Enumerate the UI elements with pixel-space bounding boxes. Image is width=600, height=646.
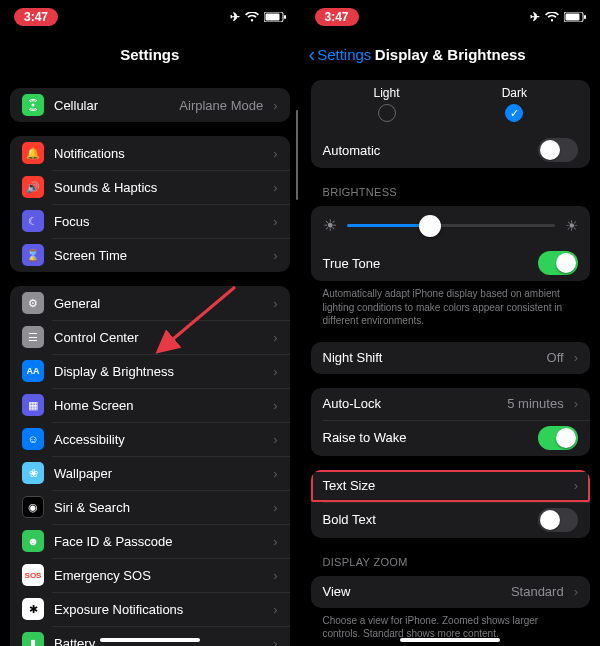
svg-rect-6: [566, 14, 580, 21]
svg-point-3: [32, 104, 35, 107]
row-value: Standard: [511, 584, 564, 599]
page-title: Display & Brightness: [375, 46, 526, 63]
row-cellular[interactable]: Cellular Airplane Mode ›: [10, 88, 290, 122]
back-button[interactable]: ‹ Settings: [309, 34, 372, 74]
appearance-option-light[interactable]: Light: [374, 86, 400, 122]
row-bold-text[interactable]: Bold Text: [311, 502, 591, 538]
row-label: Home Screen: [54, 398, 263, 413]
row-label: Focus: [54, 214, 263, 229]
row-label: General: [54, 296, 263, 311]
row-label: Control Center: [54, 330, 263, 345]
control-center-icon: ☰: [22, 326, 44, 348]
row-siri-search[interactable]: ◉Siri & Search›: [10, 490, 290, 524]
notifications-icon: 🔔: [22, 142, 44, 164]
chevron-right-icon: ›: [273, 602, 277, 617]
row-label: Display & Brightness: [54, 364, 263, 379]
row-home-screen[interactable]: ▦Home Screen›: [10, 388, 290, 422]
row-brightness-slider[interactable]: ☀︎ ☀︎: [311, 206, 591, 245]
toggle-on[interactable]: [538, 251, 578, 275]
row-view[interactable]: View Standard ›: [311, 576, 591, 608]
row-value: 5 minutes: [507, 396, 563, 411]
display-brightness-screen: 3:47 ✈︎ ‹ Settings Display & Brightness …: [300, 0, 601, 646]
nav-bar: Settings: [0, 34, 300, 74]
row-night-shift[interactable]: Night Shift Off ›: [311, 342, 591, 374]
row-exposure-notifications[interactable]: ✱Exposure Notifications›: [10, 592, 290, 626]
appearance-option-dark[interactable]: Dark: [502, 86, 527, 122]
row-battery[interactable]: ▮Battery›: [10, 626, 290, 646]
brightness-slider[interactable]: [347, 224, 556, 227]
row-display-brightness[interactable]: AADisplay & Brightness›: [10, 354, 290, 388]
row-general[interactable]: ⚙General›: [10, 286, 290, 320]
chevron-right-icon: ›: [273, 98, 277, 113]
chevron-right-icon: ›: [574, 350, 578, 365]
row-label: Emergency SOS: [54, 568, 263, 583]
row-label: Siri & Search: [54, 500, 263, 515]
group-notifications: 🔔 Notifications › 🔊 Sounds & Haptics › ☾…: [10, 136, 290, 272]
row-label: View: [323, 584, 501, 599]
chevron-right-icon: ›: [273, 636, 277, 647]
chevron-right-icon: ›: [273, 146, 277, 161]
row-screen-time[interactable]: ⌛ Screen Time ›: [10, 238, 290, 272]
group-text: Text Size › Bold Text: [311, 470, 591, 538]
chevron-right-icon: ›: [273, 398, 277, 413]
row-auto-lock[interactable]: Auto-Lock 5 minutes ›: [311, 388, 591, 420]
row-accessibility[interactable]: ☺Accessibility›: [10, 422, 290, 456]
row-true-tone[interactable]: True Tone: [311, 245, 591, 281]
row-value: Off: [547, 350, 564, 365]
row-label: True Tone: [323, 256, 529, 271]
toggle-off[interactable]: [538, 508, 578, 532]
sun-small-icon: ☀︎: [323, 216, 337, 235]
svg-rect-1: [265, 14, 279, 21]
general-icon: ⚙: [22, 292, 44, 314]
row-label: Face ID & Passcode: [54, 534, 263, 549]
home-indicator[interactable]: [100, 638, 200, 642]
row-raise-to-wake[interactable]: Raise to Wake: [311, 420, 591, 456]
status-time: 3:47: [315, 8, 359, 26]
row-label: Notifications: [54, 146, 263, 161]
section-header-brightness: BRIGHTNESS: [323, 186, 579, 198]
row-label: Text Size: [323, 478, 564, 493]
status-icons: ✈︎: [230, 10, 286, 24]
row-label: Exposure Notifications: [54, 602, 263, 617]
row-focus[interactable]: ☾ Focus ›: [10, 204, 290, 238]
toggle-off[interactable]: [538, 138, 578, 162]
row-sounds-haptics[interactable]: 🔊 Sounds & Haptics ›: [10, 170, 290, 204]
row-control-center[interactable]: ☰Control Center›: [10, 320, 290, 354]
radio-unchecked-icon: [378, 104, 396, 122]
sos-icon: SOS: [22, 564, 44, 586]
chevron-right-icon: ›: [273, 432, 277, 447]
row-wallpaper[interactable]: ❀Wallpaper›: [10, 456, 290, 490]
row-face-id[interactable]: ☻Face ID & Passcode›: [10, 524, 290, 558]
status-bar: 3:47 ✈︎: [0, 0, 300, 34]
option-label: Light: [374, 86, 400, 100]
chevron-right-icon: ›: [273, 248, 277, 263]
airplane-icon: ✈︎: [530, 10, 540, 24]
row-automatic[interactable]: Automatic: [311, 132, 591, 168]
battery-icon: [264, 12, 286, 22]
group-cellular: Cellular Airplane Mode ›: [10, 88, 290, 122]
chevron-right-icon: ›: [273, 568, 277, 583]
scroll-indicator[interactable]: [296, 110, 298, 200]
row-label: Raise to Wake: [323, 430, 529, 445]
radio-checked-icon: [505, 104, 523, 122]
row-label: Night Shift: [323, 350, 537, 365]
toggle-on[interactable]: [538, 426, 578, 450]
face-id-icon: ☻: [22, 530, 44, 552]
chevron-right-icon: ›: [273, 296, 277, 311]
row-emergency-sos[interactable]: SOSEmergency SOS›: [10, 558, 290, 592]
row-label: Automatic: [323, 143, 529, 158]
focus-icon: ☾: [22, 210, 44, 232]
chevron-right-icon: ›: [273, 330, 277, 345]
appearance-picker: Light Dark: [311, 80, 591, 132]
sun-large-icon: ☀︎: [565, 217, 578, 235]
nav-bar: ‹ Settings Display & Brightness: [301, 34, 601, 74]
row-notifications[interactable]: 🔔 Notifications ›: [10, 136, 290, 170]
row-text-size[interactable]: Text Size ›: [311, 470, 591, 502]
home-indicator[interactable]: [400, 638, 500, 642]
screen-time-icon: ⌛: [22, 244, 44, 266]
exposure-icon: ✱: [22, 598, 44, 620]
group-general: ⚙General› ☰Control Center› AADisplay & B…: [10, 286, 290, 646]
wifi-icon: [545, 12, 559, 22]
siri-icon: ◉: [22, 496, 44, 518]
home-screen-icon: ▦: [22, 394, 44, 416]
